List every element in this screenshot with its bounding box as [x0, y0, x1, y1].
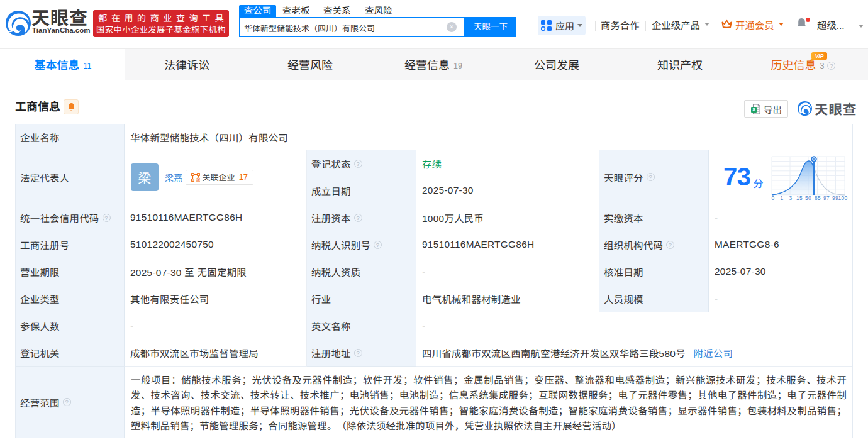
svg-text:50: 50 [805, 195, 811, 201]
svg-text:15: 15 [796, 195, 803, 201]
svg-text:企: 企 [196, 175, 200, 182]
svg-text:97: 97 [823, 195, 830, 201]
svg-text:X: X [752, 106, 756, 113]
svg-text:3: 3 [789, 195, 792, 201]
svg-text:99: 99 [832, 195, 838, 201]
svg-text:0: 0 [771, 195, 774, 201]
svg-text:1: 1 [780, 195, 783, 201]
svg-text:85: 85 [815, 195, 821, 201]
svg-text:100: 100 [838, 195, 847, 201]
